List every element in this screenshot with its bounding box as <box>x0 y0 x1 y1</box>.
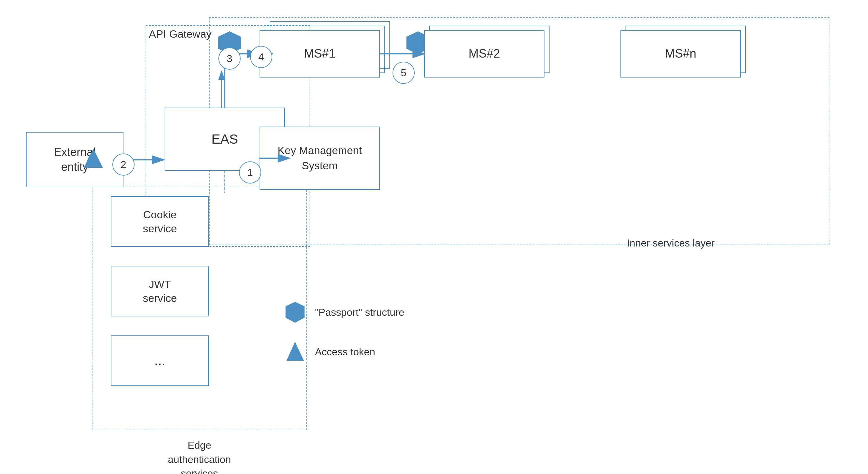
ms2-box: MS#2 <box>424 30 545 77</box>
ms1-box: MS#1 <box>259 30 380 77</box>
legend-hexagon-icon <box>285 301 306 324</box>
legend-access-token-label: Access token <box>315 346 375 358</box>
legend-access-token: Access token <box>285 340 404 364</box>
jwt-service-box: JWTservice <box>111 266 209 316</box>
access-token-triangle <box>81 147 106 172</box>
step-4-circle: 4 <box>250 46 272 68</box>
step-2-circle: 2 <box>113 154 134 176</box>
external-entity-box: External entity <box>26 132 123 187</box>
step-3-circle: 3 <box>218 48 241 70</box>
inner-services-label: Inner services layer <box>627 237 714 249</box>
legend: "Passport" structure Access token <box>285 301 404 380</box>
diagram-container: Inner services layer API Gateway Edge au… <box>0 0 868 474</box>
eas-services-label: Edge authentication services <box>98 424 301 474</box>
legend-triangle-icon <box>285 340 306 364</box>
api-gateway-label: API Gateway <box>149 28 212 40</box>
legend-passport: "Passport" structure <box>285 301 404 324</box>
svg-marker-12 <box>84 149 103 168</box>
msn-box: MS#n <box>620 30 741 77</box>
svg-marker-14 <box>286 342 304 361</box>
ellipsis-box: ... <box>111 336 209 386</box>
step-1-circle: 1 <box>239 161 261 184</box>
legend-passport-label: "Passport" structure <box>315 307 404 318</box>
step-5-circle: 5 <box>393 62 415 84</box>
svg-marker-13 <box>285 302 305 323</box>
cookie-service-box: Cookieservice <box>111 196 209 247</box>
kms-box: Key ManagementSystem <box>259 127 380 190</box>
